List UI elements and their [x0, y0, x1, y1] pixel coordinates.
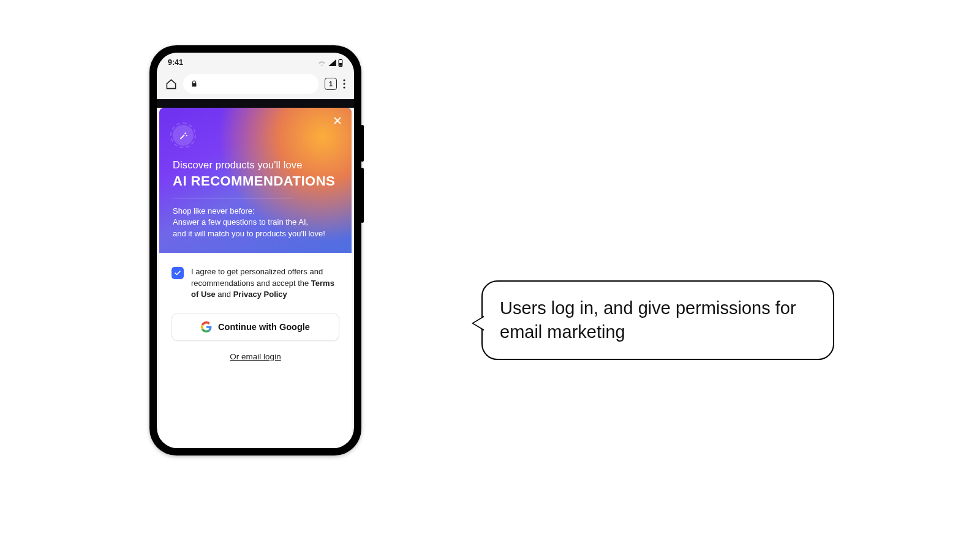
lock-icon — [190, 80, 198, 88]
svg-rect-2 — [339, 63, 342, 66]
modal-body-line1: Shop like never before: — [173, 206, 255, 216]
svg-point-5 — [343, 86, 345, 88]
google-icon — [201, 321, 212, 332]
phone-screen: 9:41 1 — [157, 53, 354, 448]
modal-lower: I agree to get personalized offers and r… — [159, 253, 352, 373]
status-bar: 9:41 — [157, 53, 354, 72]
email-login-link[interactable]: Or email login — [172, 352, 339, 361]
battery-icon — [338, 59, 343, 67]
home-icon[interactable] — [165, 78, 177, 90]
status-icons — [317, 59, 343, 67]
annotation-text: Users log in, and give permissions for e… — [500, 298, 796, 342]
chrome-separator — [157, 99, 354, 108]
magic-wand-badge — [173, 125, 194, 146]
consent-checkbox[interactable] — [172, 267, 184, 279]
phone-frame: 9:41 1 — [149, 45, 361, 455]
modal-subtitle: Discover products you'll love — [173, 159, 338, 171]
svg-rect-1 — [340, 59, 342, 60]
magic-wand-icon — [178, 130, 188, 140]
url-bar[interactable] — [183, 74, 318, 94]
svg-point-4 — [343, 83, 345, 84]
check-icon — [174, 269, 181, 277]
modal-body-line2: Answer a few questions to train the AI, — [173, 217, 308, 227]
privacy-link[interactable]: Privacy Policy — [233, 290, 287, 299]
consent-mid: and — [216, 290, 233, 299]
annotation-bubble: Users log in, and give permissions for e… — [481, 280, 834, 360]
svg-point-3 — [343, 79, 345, 81]
tab-count-value: 1 — [329, 80, 333, 88]
wifi-icon — [317, 59, 326, 66]
modal-body: Shop like never before: Answer a few que… — [173, 206, 338, 239]
consent-text: I agree to get personalized offers and r… — [191, 266, 339, 300]
more-icon[interactable] — [343, 79, 345, 89]
modal-divider — [173, 198, 292, 198]
modal-title: AI RECOMMENDATIONS — [173, 173, 338, 189]
close-icon — [334, 117, 341, 124]
continue-with-google-button[interactable]: Continue with Google — [172, 313, 339, 341]
tab-count-button[interactable]: 1 — [325, 78, 337, 90]
consent-pre: I agree to get personalized offers and r… — [191, 267, 323, 287]
consent-row: I agree to get personalized offers and r… — [172, 266, 339, 300]
modal-body-line3: and it will match you to products you'll… — [173, 229, 325, 238]
browser-toolbar: 1 — [157, 72, 354, 99]
cellular-icon — [328, 59, 336, 66]
status-time: 9:41 — [168, 58, 183, 67]
close-button[interactable] — [331, 114, 344, 127]
google-button-label: Continue with Google — [218, 322, 310, 332]
modal-hero: Discover products you'll love AI RECOMME… — [159, 108, 352, 253]
ai-recommendations-modal: Discover products you'll love AI RECOMME… — [159, 108, 352, 448]
